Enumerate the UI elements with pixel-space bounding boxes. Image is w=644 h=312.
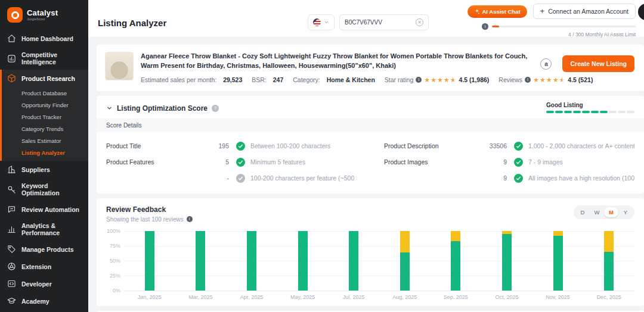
range-button-m[interactable]: M [604,207,618,217]
sidebar-item-sales-estimator[interactable]: Sales Estimator [2,135,88,146]
category-label: Category: [293,76,320,83]
chart-plot-area [124,231,634,291]
stacked-bar[interactable] [451,231,460,291]
stacked-bar[interactable] [196,231,205,291]
amazon-icon[interactable]: a [540,58,552,70]
score-item-value: - [194,174,229,182]
y-tick-label: 25% [110,273,120,279]
bar-slot [124,231,175,291]
range-button-w[interactable]: W [590,207,604,217]
score-item-label: Product Images [384,158,472,166]
sidebar-item-label: Review Automation [21,206,79,213]
date-range-toggle: DWMY [574,205,634,219]
product-research-icon [7,74,16,83]
sidebar-item-manage-products[interactable]: Manage Products [0,241,88,258]
check-icon [514,158,523,167]
info-icon[interactable]: i [525,77,531,83]
sparkle-icon [474,8,480,14]
score-row: Product Title195Between 100-200 characte… [106,138,357,154]
info-icon[interactable]: i [187,216,193,222]
stacked-bar[interactable] [247,231,256,291]
info-icon[interactable]: i [482,23,488,30]
sidebar-item-analytics-performance[interactable]: Analytics & Performance [0,218,88,241]
sidebar-item-keyword-optimization[interactable]: Keyword Optimization [0,178,88,201]
sidebar-item-developer[interactable]: Developer [0,275,88,292]
star-rating-label: Star rating [385,76,413,83]
bar-segment-critical [400,231,410,252]
clear-input-icon[interactable]: ✕ [416,18,423,26]
bar-slot [583,231,634,291]
meter-segment-empty [627,111,634,113]
key-icon [7,185,16,194]
bar-segment-critical [604,231,614,252]
stacked-bar[interactable] [298,231,308,291]
bar-segment-positive [553,236,563,291]
bar-slot [175,231,227,291]
score-meter [546,111,634,113]
score-grid: Product Title195Between 100-200 characte… [106,132,634,186]
connect-amazon-account-button[interactable]: + Connect an Amazon Account [533,4,636,19]
ai-assist-chat-label: AI Assist Chat [482,8,521,15]
ai-assist-chat-button[interactable]: AI Assist Chat [467,5,527,18]
range-button-d[interactable]: D [575,207,590,217]
score-column-right: Product Description335061,000 - 2,000 ch… [384,138,634,186]
stacked-bar[interactable] [553,231,563,291]
x-tick-label: Nov, 2025 [532,294,584,300]
brand-logo[interactable]: Catalyst JungleScout [0,5,88,30]
bar-segment-positive [604,252,614,291]
tag-icon [7,245,16,254]
usage-label: 4 / 300 Monthly AI Assist Limit [568,32,636,38]
sidebar-item-academy[interactable]: Academy [0,292,88,310]
sidebar-item-product-tracker[interactable]: Product Tracker [2,111,88,123]
question-icon[interactable]: ? [212,105,219,112]
sidebar-item-product-research[interactable]: Product Research [2,70,88,87]
create-new-listing-button[interactable]: Create New Listing [562,55,634,72]
review-automation-icon [7,205,16,214]
score-item-desc: 100-200 characters per feature (~500 tot… [250,174,357,182]
stacked-bar[interactable] [400,231,410,291]
sidebar-group-product-research: Product Research Product Database Opport… [0,70,88,161]
score-item-label: Product Title [106,142,194,149]
x-tick-label: Jan, 2025 [124,294,175,300]
score-item-value: 5 [194,158,229,166]
sales-value: 29,523 [223,76,242,83]
review-feedback-chart: 100%75%50%25%0% [106,231,634,291]
y-tick-label: 50% [110,258,120,264]
score-label: Good Listing [546,102,634,108]
sidebar-item-category-trends[interactable]: Category Trends [2,123,88,135]
avatar[interactable] [638,4,644,20]
stacked-bar[interactable] [145,231,154,291]
listing-optimization-toggle[interactable]: Listing Optimization Score ? [106,102,219,113]
sidebar-item-home-dashboard[interactable]: Home Dashboard [0,30,88,47]
info-icon[interactable]: i [416,77,422,83]
meter-segment-empty [609,111,617,113]
meter-segment-filled [573,111,581,113]
chart-y-axis: 100%75%50%25%0% [106,231,124,291]
stacked-bar[interactable] [604,231,614,291]
sidebar-item-label: Competitive Intelligence [21,51,81,65]
marketplace-select[interactable] [308,14,335,30]
stacked-bar[interactable] [349,231,358,291]
sidebar-item-competitive-intelligence[interactable]: Competitive Intelligence [0,47,88,70]
us-flag-icon [313,18,321,26]
product-image[interactable] [105,52,134,80]
stacked-bar[interactable] [502,231,512,291]
sidebar-item-product-database[interactable]: Product Database [2,87,88,99]
check-icon [514,142,523,151]
x-tick-label: Sep, 2025 [431,294,482,300]
sidebar-item-suppliers[interactable]: Suppliers [0,161,88,178]
product-title: Aganear Fleece Throw Blanket - Cozy Soft… [141,52,533,71]
range-button-y[interactable]: Y [618,207,633,217]
bar-segment-critical [451,231,460,241]
score-item-desc: Between 100-200 characters [250,142,330,149]
page-title: Listing Analyzer [98,18,166,28]
sidebar-item-extension[interactable]: Extension [0,258,88,275]
sidebar-item-admin-panel[interactable]: Admin Panel [0,310,88,312]
asin-input[interactable] [345,19,416,26]
sidebar-item-label: Manage Products [21,246,74,253]
sidebar-item-listing-analyzer[interactable]: Listing Analyzer [2,146,88,158]
brand-sub: JungleScout [27,18,58,21]
sidebar-item-opportunity-finder[interactable]: Opportunity Finder [2,99,88,111]
section-title: Review Feedback [106,205,193,214]
sidebar-item-review-automation[interactable]: Review Automation [0,201,88,218]
